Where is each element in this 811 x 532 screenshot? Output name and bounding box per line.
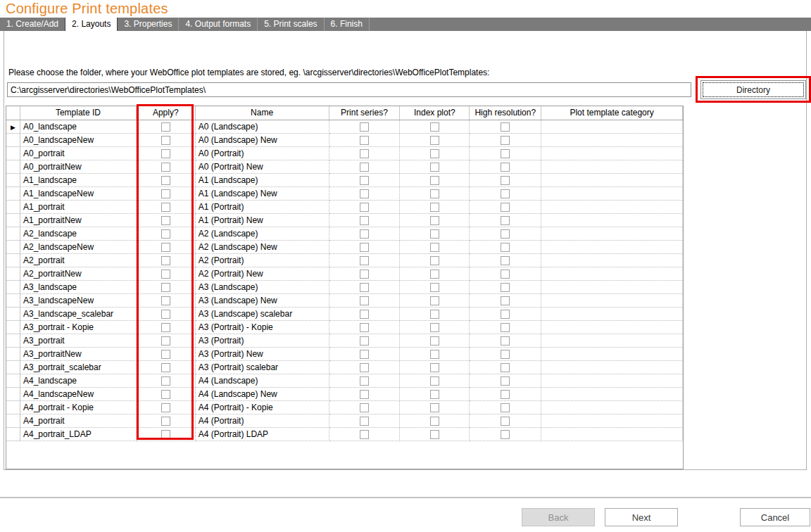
cell-plot-template-category[interactable] [541,254,683,267]
cell-plot-template-category[interactable] [541,214,683,227]
high-resolution-checkbox[interactable] [501,216,510,225]
cell-name[interactable]: A2 (Landscape) [196,227,329,241]
column-header-index-plot[interactable]: Index plot? [400,106,470,120]
cell-plot-template-category[interactable] [541,241,683,254]
index-plot-checkbox[interactable] [430,363,439,372]
cell-plot-template-category[interactable] [541,388,683,401]
high-resolution-checkbox[interactable] [501,176,510,185]
column-header-template-id[interactable]: Template ID [20,106,137,120]
index-plot-checkbox[interactable] [430,176,439,185]
cell-name[interactable]: A4 (Portrait) - Kopie [196,401,329,414]
cell-template-id[interactable]: A3_landscape_scalebar [20,308,137,321]
cell-plot-template-category[interactable] [541,361,683,374]
folder-path-input[interactable] [7,82,691,97]
column-header-print-series[interactable]: Print series? [329,106,401,120]
apply-checkbox[interactable] [161,163,170,172]
high-resolution-checkbox[interactable] [501,256,510,265]
high-resolution-checkbox[interactable] [501,390,510,399]
cell-template-id[interactable]: A1_portraitNew [20,214,137,227]
index-plot-checkbox[interactable] [430,256,439,265]
cell-name[interactable]: A1 (Landscape) New [196,187,329,201]
print-series-checkbox[interactable] [360,256,369,265]
cell-template-id[interactable]: A0_portrait [20,147,137,160]
row-selector-cell[interactable]: ▶ [6,120,20,134]
cell-plot-template-category[interactable] [541,321,683,334]
cancel-button[interactable]: Cancel [740,508,810,526]
index-plot-checkbox[interactable] [430,310,439,319]
cell-plot-template-category[interactable] [541,147,683,160]
row-selector-cell[interactable] [6,147,20,160]
apply-checkbox[interactable] [161,216,170,225]
cell-template-id[interactable]: A3_portraitNew [20,348,137,361]
row-selector-cell[interactable] [6,308,20,321]
print-series-checkbox[interactable] [360,430,369,439]
tab-2-layouts[interactable]: 2. Layouts [65,18,118,31]
cell-name[interactable]: A3 (Portrait) [196,334,329,348]
high-resolution-checkbox[interactable] [501,283,510,292]
cell-plot-template-category[interactable] [541,201,683,214]
tab-5-print-scales[interactable]: 5. Print scales [258,18,324,31]
index-plot-checkbox[interactable] [430,376,439,386]
cell-template-id[interactable]: A2_landscapeNew [20,241,137,254]
cell-template-id[interactable]: A2_landscape [20,227,137,241]
apply-checkbox[interactable] [161,256,170,265]
back-button[interactable]: Back [522,508,595,526]
apply-checkbox[interactable] [161,336,170,346]
cell-template-id[interactable]: A4_landscapeNew [20,388,137,401]
cell-name[interactable]: A4 (Portrait) [196,414,329,428]
apply-checkbox[interactable] [161,122,170,132]
column-header-plot-template-category[interactable]: Plot template category [541,106,683,120]
cell-template-id[interactable]: A3_portrait [20,334,137,348]
print-series-checkbox[interactable] [360,310,369,319]
cell-name[interactable]: A2 (Portrait) New [196,267,329,281]
print-series-checkbox[interactable] [360,163,369,172]
cell-template-id[interactable]: A3_portrait - Kopie [20,321,137,334]
cell-template-id[interactable]: A2_portraitNew [20,267,137,281]
tab-6-finish[interactable]: 6. Finish [325,18,370,31]
tab-4-output-formats[interactable]: 4. Output formats [179,18,258,31]
cell-name[interactable]: A2 (Portrait) [196,254,329,267]
row-selector-cell[interactable] [6,348,20,361]
high-resolution-checkbox[interactable] [501,363,510,372]
row-selector-cell[interactable] [6,401,20,414]
apply-checkbox[interactable] [161,310,170,319]
print-series-checkbox[interactable] [360,403,369,412]
apply-checkbox[interactable] [161,136,170,145]
print-series-checkbox[interactable] [360,350,369,359]
apply-checkbox[interactable] [161,376,170,386]
row-selector-cell[interactable] [6,214,20,227]
cell-name[interactable]: A3 (Landscape) scalebar [196,308,329,321]
row-selector-cell[interactable] [6,374,20,388]
print-series-checkbox[interactable] [360,270,369,279]
print-series-checkbox[interactable] [360,229,369,239]
apply-checkbox[interactable] [161,403,170,412]
apply-checkbox[interactable] [161,323,170,332]
index-plot-checkbox[interactable] [430,216,439,225]
cell-plot-template-category[interactable] [541,120,683,134]
cell-name[interactable]: A1 (Landscape) [196,174,329,187]
apply-checkbox[interactable] [161,363,170,372]
cell-plot-template-category[interactable] [541,401,683,414]
cell-name[interactable]: A3 (Landscape) [196,281,329,294]
cell-plot-template-category[interactable] [541,308,683,321]
cell-template-id[interactable]: A0_landscape [20,120,137,134]
next-button[interactable]: Next [605,508,678,526]
row-selector-cell[interactable] [6,414,20,428]
high-resolution-checkbox[interactable] [501,336,510,346]
high-resolution-checkbox[interactable] [501,136,510,145]
cell-template-id[interactable]: A4_landscape [20,374,137,388]
index-plot-checkbox[interactable] [430,296,439,305]
high-resolution-checkbox[interactable] [501,417,510,426]
apply-checkbox[interactable] [161,417,170,426]
column-header-name[interactable]: Name [196,106,329,120]
cell-template-id[interactable]: A1_landscapeNew [20,187,137,201]
cell-plot-template-category[interactable] [541,227,683,241]
row-selector-cell[interactable] [6,428,20,441]
cell-name[interactable]: A1 (Portrait) [196,201,329,214]
high-resolution-checkbox[interactable] [501,243,510,252]
high-resolution-checkbox[interactable] [501,163,510,172]
print-series-checkbox[interactable] [360,390,369,399]
index-plot-checkbox[interactable] [430,163,439,172]
print-series-checkbox[interactable] [360,189,369,198]
index-plot-checkbox[interactable] [430,417,439,426]
